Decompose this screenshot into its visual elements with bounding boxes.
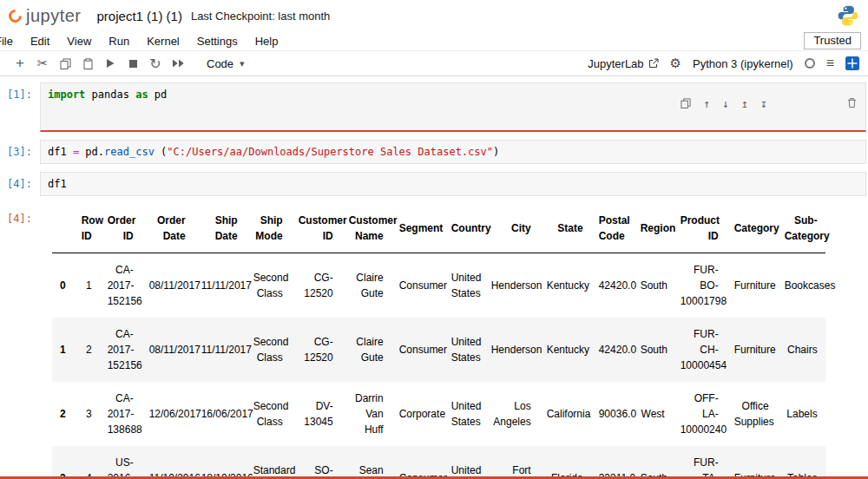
table-cell: Fort Lauderdale	[483, 446, 539, 479]
table-cell: CA-2017-152156	[100, 318, 141, 382]
notebook-grid-icon[interactable]	[845, 56, 859, 70]
table-cell: Labels	[777, 382, 825, 446]
paste-cells-button[interactable]	[76, 52, 99, 75]
table-cell: Office Supplies	[727, 382, 777, 446]
menu-settings[interactable]: Settings	[188, 32, 247, 50]
table-cell: Tables	[777, 446, 825, 479]
table-cell: Los Angeles	[483, 382, 539, 446]
table-cell: 08/11/2017	[141, 253, 194, 318]
jupyterlab-link-label: JupyterLab	[588, 57, 643, 70]
hamburger-menu-icon[interactable]: ≡	[826, 56, 834, 71]
paste-icon	[82, 58, 94, 69]
row-index: 3	[52, 446, 74, 479]
restart-run-all-button[interactable]	[167, 52, 189, 75]
cell-type-value: Code	[207, 57, 233, 70]
code-cell-1-input[interactable]: import pandas as pd ↑ ↓ ↥ ↧	[40, 82, 866, 132]
column-header: Ship Date	[194, 204, 246, 253]
duplicate-cell-icon[interactable]	[613, 87, 691, 121]
column-header: Sub-Category	[777, 204, 825, 253]
trusted-button[interactable]: Trusted	[804, 32, 861, 49]
stop-icon	[128, 59, 138, 69]
code-cell-3: [4]: df1	[0, 172, 868, 196]
menu-file[interactable]: File	[0, 32, 22, 50]
table-cell: Kentucky	[539, 253, 591, 318]
table-cell: United States	[444, 446, 483, 479]
column-header: State	[539, 204, 591, 253]
menu-help[interactable]: Help	[247, 32, 287, 50]
row-index: 1	[52, 318, 74, 382]
code-cell-3-input[interactable]: df1	[40, 172, 866, 196]
fast-forward-icon	[172, 59, 185, 68]
notebook-area: [1]: import pandas as pd ↑ ↓ ↥ ↧ [3]: df…	[0, 76, 868, 479]
menu-edit[interactable]: Edit	[22, 32, 58, 50]
table-cell: 12/06/2017	[141, 382, 194, 446]
menubar: File Edit View Run Kernel Settings Help …	[0, 31, 868, 50]
table-cell: CG-12520	[291, 253, 341, 318]
table-cell: 18/10/2016	[194, 446, 246, 479]
kernel-name[interactable]: Python 3 (ipykernel)	[693, 57, 793, 70]
insert-cell-below-icon[interactable]: ↧	[760, 98, 767, 109]
jupyter-logo[interactable]: jupyter	[9, 6, 82, 26]
open-in-jupyterlab-link[interactable]: JupyterLab	[588, 57, 658, 70]
code-cell-1: [1]: import pandas as pd ↑ ↓ ↥ ↧	[0, 82, 868, 132]
move-cell-down-icon[interactable]: ↓	[722, 98, 729, 109]
table-cell: Consumer	[391, 446, 444, 479]
table-cell: Furniture	[727, 318, 777, 382]
table-cell: Darrin Van Huff	[341, 382, 391, 446]
table-cell: Henderson	[483, 253, 539, 318]
move-cell-up-icon[interactable]: ↑	[703, 98, 710, 109]
table-cell: SO-20335	[291, 446, 341, 479]
external-link-icon	[648, 58, 659, 69]
column-header: Customer Name	[341, 204, 391, 253]
cut-cells-button[interactable]: ✂	[31, 52, 54, 75]
input-prompt: [3]:	[0, 140, 40, 164]
interrupt-kernel-button[interactable]	[122, 52, 144, 75]
table-cell: United States	[444, 253, 483, 318]
table-cell: 4	[74, 446, 100, 479]
chevron-down-icon: ▾	[240, 58, 245, 69]
jupyter-logo-text: jupyter	[26, 6, 82, 26]
cell-type-select[interactable]: Code ▾	[207, 57, 245, 70]
table-cell: 1	[74, 253, 100, 318]
notebook-title[interactable]: project1 (1) (1)	[97, 9, 182, 23]
column-header: City	[483, 204, 539, 253]
menu-view[interactable]: View	[58, 32, 100, 50]
delete-cell-icon[interactable]	[779, 86, 857, 121]
table-cell: Bookcases	[777, 253, 825, 318]
run-icon	[105, 58, 115, 69]
index-column-header	[52, 204, 74, 253]
table-cell: CA-2017-138688	[100, 382, 141, 446]
table-row: 12CA-2017-15215608/11/201711/11/2017Seco…	[52, 318, 825, 382]
table-cell: South	[633, 318, 673, 382]
settings-gear-icon[interactable]: ⚙	[670, 56, 681, 71]
table-cell: OFF-LA-10000240	[673, 382, 727, 446]
column-header: Region	[633, 204, 673, 253]
table-cell: 3	[74, 382, 100, 446]
table-cell: Henderson	[483, 318, 539, 382]
table-cell: US-2016-108966	[100, 446, 141, 479]
table-cell: CA-2017-152156	[100, 253, 141, 318]
add-cell-button[interactable]: +	[9, 52, 31, 75]
table-cell: 16/06/2017	[194, 382, 246, 446]
copy-cells-button[interactable]	[54, 52, 76, 75]
table-cell: Claire Gute	[341, 253, 391, 318]
code-cell-2-input[interactable]: df1 = pd.read_csv ("C:/Users/aa/Download…	[40, 140, 866, 164]
table-cell: West	[633, 382, 673, 446]
dataframe-table: Row IDOrder IDOrder DateShip DateShip Mo…	[52, 204, 825, 479]
column-header: Order ID	[100, 204, 141, 253]
table-cell: 11/10/2016	[141, 446, 194, 479]
menu-kernel[interactable]: Kernel	[138, 32, 188, 50]
table-cell: 2	[74, 318, 100, 382]
table-cell: Claire Gute	[341, 318, 391, 382]
kernel-status-icon[interactable]	[805, 58, 815, 69]
restart-kernel-button[interactable]: ↻	[144, 52, 167, 75]
table-cell: Consumer	[391, 318, 444, 382]
table-cell: FUR-TA-10000577	[673, 446, 727, 479]
output-cell: [4]: Row IDOrder IDOrder DateShip DateSh…	[0, 204, 868, 479]
run-cell-button[interactable]	[99, 52, 122, 75]
checkpoint-status: Last Checkpoint: last month	[191, 10, 330, 23]
menu-run[interactable]: Run	[100, 32, 138, 50]
table-cell: DV-13045	[291, 382, 341, 446]
column-header: Product ID	[673, 204, 727, 253]
insert-cell-above-icon[interactable]: ↥	[741, 98, 748, 109]
